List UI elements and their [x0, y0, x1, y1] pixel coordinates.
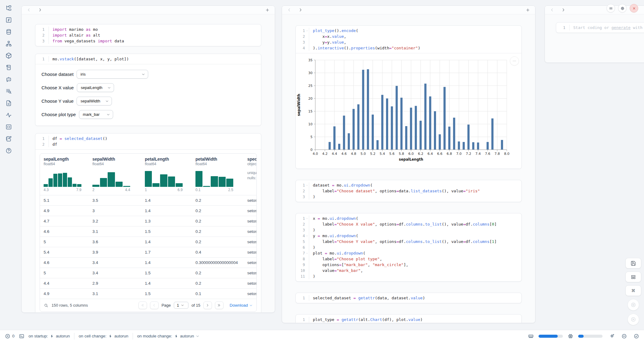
dropdown-select-3[interactable]: sepalWidth: [77, 97, 112, 105]
bar-chart[interactable]: 4.04.24.44.64.85.05.25.45.65.86.06.26.46…: [296, 55, 522, 167]
fold-slot: [305, 34, 309, 39]
code-editor[interactable]: 1x = mo.ui.dropdown(2 label="Choose X va…: [296, 213, 521, 281]
sidebar-item-documentation[interactable]: [5, 99, 12, 107]
dropdown-select-2[interactable]: sepalLength: [77, 83, 114, 92]
fold-slot: [45, 27, 48, 32]
first-page-button[interactable]: [138, 301, 147, 309]
chevron-right-icon: [298, 8, 303, 12]
add-cell-button[interactable]: [265, 8, 270, 12]
sidebar-item-datasources[interactable]: [5, 28, 12, 35]
range-max: 6.9: [177, 188, 183, 192]
fold-toggle-icon[interactable]: [305, 216, 309, 221]
code-editor[interactable]: 1plot_type = getattr(alt.Chart(df), plot…: [296, 315, 521, 323]
cell-plot-type[interactable]: 1plot_type = getattr(alt.Chart(df), plot…: [295, 314, 522, 323]
cell-placeholder[interactable]: Start coding or generate with: [570, 25, 642, 30]
column-forward-button[interactable]: [38, 8, 42, 12]
runtime-config-3[interactable]: on module change:autorun: [137, 334, 200, 338]
column-back-button[interactable]: [287, 8, 292, 12]
terminal-button[interactable]: [19, 333, 24, 339]
fold-toggle-icon[interactable]: [305, 250, 309, 256]
check-circle-button[interactable]: [634, 333, 639, 339]
sidebar-item-file-explorer[interactable]: [5, 4, 12, 12]
chevron-right-icon: [561, 8, 566, 12]
sidebar-item-chat[interactable]: [5, 76, 12, 83]
sparkles-button[interactable]: [609, 333, 615, 339]
code-editor[interactable]: 1plot_type().encode(2 x=x.value,3 y=y.va…: [296, 26, 521, 53]
stop-button[interactable]: [628, 299, 639, 311]
column-back-button[interactable]: [27, 8, 31, 12]
run-button[interactable]: [628, 314, 639, 325]
settings-button[interactable]: [618, 4, 627, 12]
table-cell: setos: [244, 258, 256, 268]
column-header-left: [22, 6, 275, 14]
sidebar-item-outline[interactable]: [5, 87, 12, 95]
previous-page-button[interactable]: [150, 301, 159, 309]
runtime-config-1[interactable]: on startup:autorun: [29, 334, 70, 338]
runtime-config-2[interactable]: on cell change:autorun: [79, 334, 128, 338]
cell-dataset-dropdown[interactable]: 1dataset = mo.ui.dropdown(2 label="Choos…: [295, 180, 522, 202]
code-editor[interactable]: 1mo.vstack([dataset, x, y, plot]): [35, 54, 261, 64]
fold-slot: [305, 188, 309, 194]
last-page-button[interactable]: [215, 301, 224, 309]
code-text: y=y.value,: [309, 40, 346, 45]
page-select[interactable]: 1: [174, 302, 188, 309]
table-cell: 4.6: [40, 226, 89, 237]
code-line: 1plot_type = getattr(alt.Chart(df), plot…: [296, 317, 521, 322]
chevron-left-icon: [550, 8, 554, 12]
column-back-button[interactable]: [550, 8, 554, 12]
sidebar-item-logs[interactable]: [5, 64, 12, 71]
generate-link[interactable]: generate: [611, 25, 631, 30]
fold-toggle-icon[interactable]: [305, 28, 309, 34]
cell-selected-dataset[interactable]: 1selected_dataset = getattr(data, datase…: [295, 293, 522, 303]
sidebar-item-packages[interactable]: [5, 52, 12, 59]
code-editor[interactable]: 1df = selected_dataset()2df: [35, 134, 261, 149]
line-number: 7: [296, 251, 305, 255]
add-cell-button[interactable]: [525, 8, 530, 12]
fold-toggle-icon[interactable]: [305, 233, 309, 239]
shutdown-button[interactable]: [630, 4, 638, 12]
code-text: df = selected_dataset(): [49, 136, 107, 141]
code-editor[interactable]: 1selected_dataset = getattr(data, datase…: [296, 293, 521, 303]
dropdown-select-1[interactable]: iris: [77, 70, 148, 79]
code-editor[interactable]: 1 Start coding or generate with: [556, 23, 644, 33]
chevron-down-icon: [141, 73, 145, 76]
chart-actions-menu-button[interactable]: [510, 56, 519, 66]
layout-button[interactable]: [625, 272, 641, 282]
cell-xy-plot-dropdowns[interactable]: 1x = mo.ui.dropdown(2 label="Choose X va…: [295, 213, 522, 282]
column-forward-button[interactable]: [298, 8, 303, 12]
cell-dataframe[interactable]: 1df = selected_dataset()2dfsepalLengthfl…: [35, 133, 261, 313]
sidebar-item-help[interactable]: [5, 147, 12, 154]
code-editor[interactable]: 1dataset = mo.ui.dropdown(2 label="Choos…: [296, 180, 521, 202]
layout-icon: [631, 274, 636, 280]
save-button[interactable]: [625, 258, 641, 269]
histogram-bar: [176, 183, 183, 187]
sidebar-item-variables[interactable]: [5, 16, 12, 23]
stop-circle-icon: [631, 302, 636, 308]
fold-toggle-icon[interactable]: [305, 182, 309, 188]
sidebar-item-scratchpad[interactable]: [5, 135, 12, 142]
runtime-config-value: autorun: [56, 334, 70, 338]
dropdown-select-4[interactable]: mark_bar: [79, 110, 113, 119]
sidebar-item-dependencies[interactable]: [5, 40, 12, 47]
copilot-button[interactable]: [621, 333, 627, 339]
cell-plot-cell[interactable]: 1plot_type().encode(2 x=x.value,3 y=y.va…: [295, 25, 522, 169]
sidebar-item-snippets[interactable]: [5, 123, 12, 130]
cell-imports[interactable]: 1import marimo as mo2import altair as al…: [35, 24, 261, 46]
dropdown-label: Choose dataset: [41, 72, 73, 77]
shortcuts-button[interactable]: ⌘: [625, 285, 641, 296]
next-page-button[interactable]: [203, 301, 212, 309]
code-line: 1import marimo as mo: [35, 27, 261, 32]
column-forward-button[interactable]: [561, 8, 566, 12]
sidebar-item-tracing[interactable]: [5, 111, 12, 119]
range-max: 7.9: [76, 188, 81, 192]
code-editor[interactable]: 1import marimo as mo2import altair as al…: [35, 24, 261, 46]
cell-vstack[interactable]: 1mo.vstack([dataset, x, y, plot])Choose …: [35, 54, 261, 126]
error-indicator[interactable]: 0: [5, 333, 15, 339]
download-button[interactable]: Download: [230, 303, 253, 308]
line-number: 2: [296, 189, 305, 193]
column-dtype: float64: [92, 162, 138, 166]
empty-cell[interactable]: 1 Start coding or generate with: [556, 22, 644, 33]
menu-button[interactable]: [606, 4, 615, 12]
chevron-down-icon: [306, 30, 308, 32]
search-icon[interactable]: [44, 303, 48, 308]
